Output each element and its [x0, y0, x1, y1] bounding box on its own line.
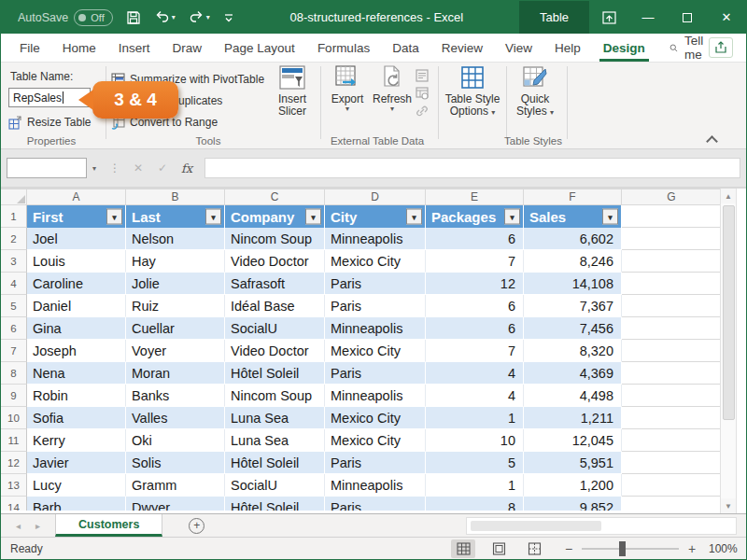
- share-button[interactable]: [709, 37, 733, 58]
- cell-company[interactable]: Hôtel Soleil: [225, 362, 325, 385]
- cell-company[interactable]: Nincom Soup: [225, 228, 325, 250]
- cell-city[interactable]: Minneapolis: [325, 385, 426, 407]
- row-header[interactable]: 14: [1, 497, 27, 511]
- table-header-cell[interactable]: Packages: [426, 205, 524, 228]
- ribbon-tab[interactable]: Review: [430, 34, 494, 62]
- cell-last[interactable]: Ruiz: [126, 295, 225, 317]
- ribbon-tab[interactable]: File: [8, 34, 51, 62]
- horizontal-scrollbar[interactable]: [466, 517, 737, 535]
- column-header[interactable]: C: [225, 189, 325, 205]
- cell-packages[interactable]: 6: [426, 295, 524, 317]
- cell-first[interactable]: Gina: [27, 317, 126, 340]
- cell-company[interactable]: Hôtel Soleil: [225, 497, 325, 511]
- empty-cell[interactable]: [622, 295, 722, 317]
- row-header[interactable]: 6: [1, 317, 27, 340]
- cell-sales[interactable]: 12,045: [524, 429, 622, 452]
- enter-button[interactable]: ✓: [150, 161, 175, 175]
- cell-company[interactable]: Hôtel Soleil: [225, 452, 325, 474]
- sheet-tab-customers[interactable]: Customers: [55, 514, 162, 537]
- cell-company[interactable]: Video Doctor: [225, 250, 325, 273]
- cell-city[interactable]: Paris: [325, 497, 426, 511]
- ribbon-tab[interactable]: View: [494, 34, 543, 62]
- column-header[interactable]: F: [524, 189, 622, 205]
- ribbon-tab[interactable]: Formulas: [306, 34, 381, 62]
- cell-city[interactable]: Minneapolis: [325, 228, 426, 250]
- formula-input[interactable]: [204, 158, 740, 178]
- cell-packages[interactable]: 5: [426, 452, 524, 474]
- table-header-cell[interactable]: Last: [126, 205, 225, 228]
- filter-dropdown-icon[interactable]: [504, 209, 520, 225]
- table-header-cell[interactable]: Company: [225, 205, 325, 228]
- select-all-button[interactable]: [1, 189, 27, 205]
- ribbon-tab[interactable]: Data: [381, 34, 430, 62]
- cell-company[interactable]: Safrasoft: [225, 273, 325, 295]
- zoom-slider[interactable]: [582, 548, 679, 550]
- cell-sales[interactable]: 14,108: [524, 273, 622, 295]
- cell-city[interactable]: Mexico City: [325, 340, 426, 362]
- filter-dropdown-icon[interactable]: [205, 209, 221, 225]
- cell-packages[interactable]: 4: [426, 362, 524, 385]
- cell-first[interactable]: Joel: [27, 228, 126, 250]
- cell-last[interactable]: Moran: [126, 362, 225, 385]
- cell-city[interactable]: Paris: [325, 362, 426, 385]
- cell-city[interactable]: Minneapolis: [325, 474, 426, 497]
- row-header[interactable]: 5: [1, 295, 27, 317]
- cell-first[interactable]: Louis: [27, 250, 126, 273]
- contextual-tab-table[interactable]: Table: [519, 1, 589, 34]
- cell-last[interactable]: Cuellar: [126, 317, 225, 340]
- tell-me-box[interactable]: Tell me: [669, 34, 709, 62]
- cell-last[interactable]: Hay: [126, 250, 225, 273]
- cell-packages[interactable]: 6: [426, 317, 524, 340]
- cell-sales[interactable]: 7,367: [524, 295, 622, 317]
- empty-cell[interactable]: [622, 362, 722, 385]
- cell-last[interactable]: Gramm: [126, 474, 225, 497]
- table-style-options-button[interactable]: Table Style Options ▾: [443, 65, 502, 118]
- ribbon-tab[interactable]: Design: [592, 34, 656, 62]
- close-button[interactable]: ✕: [707, 1, 746, 34]
- cell-company[interactable]: Luna Sea: [225, 429, 325, 452]
- column-header[interactable]: G: [622, 189, 722, 205]
- cell-first[interactable]: Joseph: [27, 340, 126, 362]
- ribbon-tab[interactable]: Insert: [107, 34, 162, 62]
- insert-function-button[interactable]: fx: [175, 161, 199, 175]
- row-header[interactable]: 12: [1, 452, 27, 474]
- empty-cell[interactable]: [622, 317, 722, 340]
- filter-dropdown-icon[interactable]: [406, 209, 422, 225]
- cell-packages[interactable]: 8: [426, 497, 524, 511]
- cell-city[interactable]: Minneapolis: [325, 317, 426, 340]
- cell-first[interactable]: Lucy: [27, 474, 126, 497]
- name-box[interactable]: [7, 158, 87, 178]
- cell-city[interactable]: Paris: [325, 295, 426, 317]
- cancel-button[interactable]: ✕: [126, 161, 150, 175]
- cell-city[interactable]: Mexico City: [325, 429, 426, 452]
- empty-cell[interactable]: [622, 407, 722, 429]
- cell-sales[interactable]: 4,498: [524, 385, 622, 407]
- cell-last[interactable]: Jolie: [126, 273, 225, 295]
- cell-first[interactable]: Robin: [27, 385, 126, 407]
- row-header[interactable]: 4: [1, 273, 27, 295]
- unlink-icon[interactable]: [416, 105, 429, 118]
- zoom-out-button[interactable]: −: [563, 541, 574, 556]
- table-header-cell[interactable]: City: [325, 205, 426, 228]
- cell-packages[interactable]: 7: [426, 250, 524, 273]
- resize-table-button[interactable]: Resize Table: [8, 113, 91, 132]
- cell-packages[interactable]: 1: [426, 474, 524, 497]
- cell-first[interactable]: Sofia: [27, 407, 126, 429]
- redo-button[interactable]: ▾: [189, 10, 210, 24]
- save-button[interactable]: [126, 10, 141, 25]
- horizontal-scrollbar-thumb[interactable]: [471, 521, 601, 531]
- page-break-preview-button[interactable]: [522, 539, 546, 558]
- cell-city[interactable]: Mexico City: [325, 250, 426, 273]
- open-in-browser-icon[interactable]: [416, 87, 429, 100]
- cell-packages[interactable]: 1: [426, 407, 524, 429]
- cell-packages[interactable]: 12: [426, 273, 524, 295]
- table-header-cell[interactable]: First: [27, 205, 126, 228]
- vertical-scrollbar-thumb[interactable]: [723, 205, 735, 420]
- row-header[interactable]: 7: [1, 340, 27, 362]
- scroll-down-icon[interactable]: ▼: [721, 498, 736, 513]
- scroll-up-icon[interactable]: ▲: [721, 189, 736, 203]
- cell-city[interactable]: Mexico City: [325, 407, 426, 429]
- cell-city[interactable]: Paris: [325, 273, 426, 295]
- ribbon-tab[interactable]: Draw: [162, 34, 214, 62]
- vertical-scrollbar[interactable]: ▲ ▼: [720, 189, 737, 513]
